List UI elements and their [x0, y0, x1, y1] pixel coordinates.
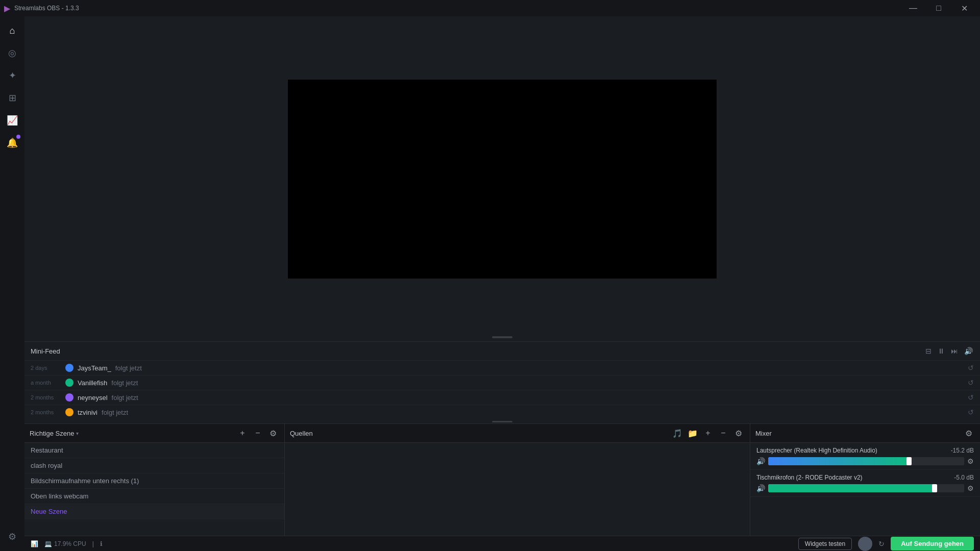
- feed-avatar: [65, 364, 74, 372]
- status-chart[interactable]: 📊: [31, 540, 38, 547]
- sidebar-item-home[interactable]: ⌂: [2, 20, 22, 41]
- scene-item[interactable]: Oben links webcam: [24, 489, 284, 504]
- close-button[interactable]: ✕: [952, 0, 976, 16]
- section-divider[interactable]: [24, 419, 980, 423]
- feed-username: Vanillefish: [78, 379, 107, 387]
- mixer-channel-controls: 🔊 ⚙: [756, 484, 974, 492]
- feed-item[interactable]: a month Vanillefish folgt jetzt ↺: [24, 375, 980, 390]
- sources-icon1-btn[interactable]: 🎵: [671, 427, 683, 439]
- status-left: 📊 💻 17.9% CPU | ℹ: [31, 540, 103, 547]
- scene-item[interactable]: clash royal: [24, 458, 284, 473]
- sources-panel: Quellen 🎵 📁 + − ⚙: [285, 424, 750, 536]
- themes-icon: ✦: [9, 70, 16, 81]
- mixer-panel: Mixer ⚙ Lautsprecher (Realtek High Defin…: [750, 424, 980, 536]
- sources-header: Quellen 🎵 📁 + − ⚙: [285, 424, 750, 443]
- app-title: Streamlabs OBS - 1.3.3: [14, 5, 79, 12]
- feed-action: folgt jetzt: [115, 364, 142, 372]
- feed-username: neyneysel: [78, 394, 108, 402]
- preview-resize-handle[interactable]: [492, 336, 512, 338]
- sidebar-item-themes[interactable]: ✦: [2, 65, 22, 86]
- mixer-slider[interactable]: [768, 457, 964, 465]
- sources-settings-btn[interactable]: ⚙: [732, 427, 745, 439]
- mini-feed-skip-btn[interactable]: ⏭: [950, 346, 959, 356]
- feed-replay-btn[interactable]: ↺: [968, 364, 974, 372]
- scenes-panel: Richtige Szene ▾ + − ⚙ Restaurantclash r…: [24, 424, 285, 536]
- mixer-mute-btn[interactable]: 🔊: [756, 457, 765, 465]
- status-right: Widgets testen ↻ Auf Sendung gehen: [798, 537, 974, 551]
- scene-item[interactable]: Neue Szene: [24, 504, 284, 519]
- feed-time: a month: [31, 380, 61, 386]
- status-help[interactable]: ℹ: [100, 540, 103, 547]
- feed-avatar: [65, 379, 74, 387]
- sidebar-item-feed[interactable]: ◎: [2, 43, 22, 63]
- sidebar-item-settings[interactable]: ⚙: [2, 527, 22, 547]
- feed-avatar: [65, 393, 74, 402]
- mixer-slider-fill: [768, 484, 935, 492]
- feed-icon: ◎: [8, 47, 16, 59]
- sidebar-item-overlays[interactable]: ⊞: [2, 88, 22, 108]
- mixer-slider[interactable]: [768, 484, 964, 492]
- mini-feed-controls: ⊟ ⏸ ⏭ 🔊: [924, 346, 974, 356]
- go-live-button[interactable]: Auf Sendung gehen: [891, 537, 974, 550]
- sources-remove-btn[interactable]: −: [717, 427, 729, 439]
- mixer-channel-name: Lautsprecher (Realtek High Definition Au…: [756, 447, 877, 454]
- sidebar-item-notifications[interactable]: 🔔: [2, 133, 22, 153]
- scene-item[interactable]: Bildschirmaufnahme unten rechts (1): [24, 473, 284, 489]
- mixer-slider-fill: [768, 457, 909, 465]
- mixer-channel-controls: 🔊 ⚙: [756, 457, 974, 465]
- mini-feed-filter-btn[interactable]: ⊟: [924, 346, 933, 356]
- content-area: Mini-Feed ⊟ ⏸ ⏭ 🔊 2 days JaysTeam_ folgt…: [24, 16, 980, 551]
- minimize-button[interactable]: —: [901, 0, 925, 16]
- sources-icon2-btn[interactable]: 📁: [687, 427, 699, 439]
- feed-action: folgt jetzt: [102, 409, 128, 416]
- feed-replay-btn[interactable]: ↺: [968, 379, 974, 387]
- feed-item[interactable]: 2 months neyneysel folgt jetzt ↺: [24, 390, 980, 405]
- sources-panel-controls: 🎵 📁 + − ⚙: [671, 427, 745, 439]
- mini-feed-volume-btn[interactable]: 🔊: [963, 346, 974, 356]
- feed-action: folgt jetzt: [112, 394, 138, 402]
- feed-time: 2 days: [31, 365, 61, 371]
- sources-add-btn[interactable]: +: [702, 427, 714, 439]
- scenes-title: Richtige Szene ▾: [30, 430, 79, 437]
- status-cpu: 💻 17.9% CPU: [44, 540, 86, 547]
- scene-list: Restaurantclash royalBildschirmaufnahme …: [24, 443, 284, 536]
- refresh-icon[interactable]: ↻: [878, 540, 885, 548]
- status-bar: 📊 💻 17.9% CPU | ℹ Widgets testen ↻ Auf S…: [24, 536, 980, 551]
- feed-time: 2 months: [31, 394, 61, 400]
- status-divider: |: [92, 540, 94, 547]
- mini-feed: Mini-Feed ⊟ ⏸ ⏭ 🔊 2 days JaysTeam_ folgt…: [24, 341, 980, 419]
- mini-feed-pause-btn[interactable]: ⏸: [937, 346, 946, 356]
- preview-area: [24, 16, 980, 341]
- cpu-icon: 💻: [44, 540, 52, 547]
- chevron-down-icon: ▾: [76, 431, 79, 436]
- maximize-button[interactable]: □: [927, 0, 950, 16]
- scenes-panel-controls: + − ⚙: [236, 427, 279, 439]
- mixer-settings-channel-btn[interactable]: ⚙: [967, 484, 974, 492]
- mixer-slider-thumb[interactable]: [906, 457, 912, 465]
- mixer-mute-btn[interactable]: 🔊: [756, 484, 765, 492]
- feed-item[interactable]: 2 months tzvinivi folgt jetzt ↺: [24, 405, 980, 419]
- titlebar-left: ▶ Streamlabs OBS - 1.3.3: [4, 4, 79, 13]
- app-logo: ▶: [4, 4, 10, 13]
- mixer-settings-btn[interactable]: ⚙: [963, 427, 975, 439]
- sidebar-item-analytics[interactable]: 📈: [2, 110, 22, 131]
- user-avatar[interactable]: [858, 537, 872, 551]
- mixer-channel-db: -5.0 dB: [954, 474, 974, 481]
- scene-item[interactable]: Restaurant: [24, 443, 284, 458]
- notification-dot: [16, 135, 20, 139]
- feed-username: tzvinivi: [78, 409, 97, 416]
- mixer-slider-thumb[interactable]: [932, 484, 937, 492]
- scenes-remove-btn[interactable]: −: [252, 427, 264, 439]
- title-bar: ▶ Streamlabs OBS - 1.3.3 — □ ✕: [0, 0, 980, 16]
- mixer-channel-name: Tischmikrofon (2- RODE Podcaster v2): [756, 474, 863, 481]
- feed-replay-btn[interactable]: ↺: [968, 393, 974, 402]
- scenes-settings-btn[interactable]: ⚙: [267, 427, 279, 439]
- mixer-settings-channel-btn[interactable]: ⚙: [967, 457, 974, 465]
- feed-replay-btn[interactable]: ↺: [968, 408, 974, 416]
- feed-item[interactable]: 2 days JaysTeam_ folgt jetzt ↺: [24, 360, 980, 375]
- feed-action: folgt jetzt: [111, 379, 138, 387]
- widgets-test-button[interactable]: Widgets testen: [798, 538, 852, 550]
- main-layout: ⌂ ◎ ✦ ⊞ 📈 🔔 ⚙ Mini-Feed: [0, 16, 980, 551]
- scenes-add-btn[interactable]: +: [236, 427, 249, 439]
- settings-icon: ⚙: [8, 531, 16, 542]
